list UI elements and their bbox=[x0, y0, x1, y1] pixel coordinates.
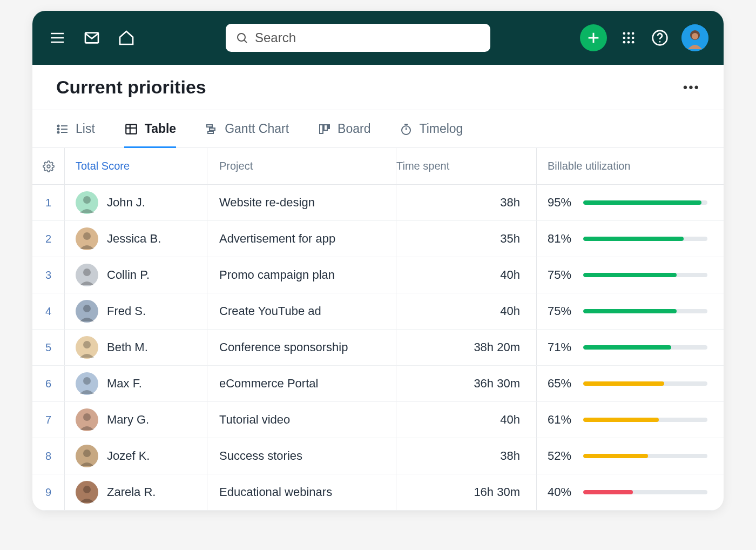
svg-point-24 bbox=[58, 128, 59, 130]
table-row[interactable]: 1 John J. Website re-design 38h 95% bbox=[32, 185, 724, 221]
utilization-percent: 81% bbox=[548, 232, 576, 246]
svg-point-43 bbox=[83, 269, 91, 276]
table-row[interactable]: 3 Collin P. Promo campaign plan 40h 75% bbox=[32, 257, 724, 293]
tab-board[interactable]: Board bbox=[318, 110, 370, 147]
person-name: Mary G. bbox=[107, 413, 149, 427]
utilization-percent: 71% bbox=[548, 340, 576, 354]
column-header-utilization[interactable]: Billable utilization bbox=[537, 148, 724, 184]
person-avatar[interactable] bbox=[76, 300, 98, 323]
row-index: 3 bbox=[32, 257, 65, 293]
row-index: 8 bbox=[32, 438, 65, 474]
person-avatar[interactable] bbox=[76, 264, 98, 286]
person-avatar[interactable] bbox=[76, 481, 98, 504]
person-name: Beth M. bbox=[107, 340, 148, 354]
svg-point-8 bbox=[623, 32, 626, 35]
table-row[interactable]: 7 Mary G. Tutorial video 40h 61% bbox=[32, 402, 724, 438]
list-icon bbox=[56, 123, 69, 136]
svg-point-44 bbox=[83, 305, 91, 312]
utilization-bar-fill bbox=[583, 237, 684, 241]
cell-person: Collin P. bbox=[65, 257, 207, 293]
column-header-project[interactable]: Project bbox=[207, 148, 396, 184]
person-avatar[interactable] bbox=[76, 408, 98, 431]
table-row[interactable]: 5 Beth M. Conference sponsorship 38h 20m… bbox=[32, 330, 724, 366]
person-name: Collin P. bbox=[107, 268, 150, 282]
column-header-score[interactable]: Total Score bbox=[65, 148, 207, 184]
cell-utilization: 65% bbox=[537, 366, 724, 401]
cell-person: Max F. bbox=[65, 366, 207, 401]
mail-icon[interactable] bbox=[82, 28, 102, 48]
table-row[interactable]: 2 Jessica B. Advertisement for app 35h 8… bbox=[32, 221, 724, 257]
person-name: Jozef K. bbox=[107, 449, 150, 463]
svg-point-10 bbox=[632, 32, 634, 35]
row-index: 2 bbox=[32, 221, 65, 257]
topbar bbox=[32, 11, 724, 65]
tab-table[interactable]: Table bbox=[124, 110, 176, 147]
utilization-percent: 52% bbox=[548, 449, 576, 463]
svg-point-12 bbox=[627, 37, 630, 39]
search-input[interactable] bbox=[255, 30, 481, 45]
user-avatar[interactable] bbox=[681, 24, 708, 51]
stopwatch-icon bbox=[400, 123, 413, 136]
svg-point-49 bbox=[83, 486, 91, 493]
cell-time-spent: 40h bbox=[396, 257, 537, 293]
search-wrap bbox=[149, 24, 567, 52]
tab-timelog[interactable]: Timelog bbox=[400, 110, 463, 147]
utilization-percent: 40% bbox=[548, 485, 576, 499]
cell-utilization: 40% bbox=[537, 474, 724, 510]
utilization-percent: 95% bbox=[548, 196, 576, 210]
priorities-table: Total Score Project Time spent Billable … bbox=[32, 148, 724, 511]
svg-point-42 bbox=[83, 232, 91, 240]
person-name: Zarela R. bbox=[107, 485, 156, 499]
table-settings-button[interactable] bbox=[32, 148, 65, 184]
cell-utilization: 71% bbox=[537, 330, 724, 365]
cell-project: Tutorial video bbox=[207, 402, 396, 438]
utilization-bar-fill bbox=[583, 418, 659, 422]
cell-person: Mary G. bbox=[65, 402, 207, 438]
utilization-percent: 75% bbox=[548, 268, 576, 282]
apps-grid-icon[interactable] bbox=[619, 28, 638, 48]
search-box[interactable] bbox=[226, 24, 490, 52]
cell-time-spent: 36h 30m bbox=[396, 366, 537, 401]
titlebar: Current priorities ••• bbox=[32, 65, 724, 110]
svg-point-21 bbox=[692, 33, 698, 39]
help-icon[interactable] bbox=[650, 28, 670, 48]
table-row[interactable]: 9 Zarela R. Educational webinars 16h 30m… bbox=[32, 474, 724, 511]
utilization-bar bbox=[583, 381, 707, 386]
utilization-bar-fill bbox=[583, 200, 701, 205]
table-row[interactable]: 4 Fred S. Create YouTube ad 40h 75% bbox=[32, 293, 724, 330]
menu-icon[interactable] bbox=[48, 28, 67, 48]
tab-list[interactable]: List bbox=[56, 110, 95, 147]
column-header-time[interactable]: Time spent bbox=[396, 148, 537, 184]
table-row[interactable]: 6 Max F. eCommerce Portal 36h 30m 65% bbox=[32, 366, 724, 402]
person-avatar[interactable] bbox=[76, 372, 98, 395]
tab-gantt[interactable]: Gantt Chart bbox=[205, 110, 289, 147]
svg-line-5 bbox=[244, 40, 247, 43]
svg-point-45 bbox=[83, 341, 91, 348]
person-avatar[interactable] bbox=[76, 227, 98, 250]
person-avatar[interactable] bbox=[76, 191, 98, 214]
svg-point-26 bbox=[58, 131, 59, 133]
more-menu-icon[interactable]: ••• bbox=[683, 80, 700, 95]
table-body: 1 John J. Website re-design 38h 95% 2 Je… bbox=[32, 185, 724, 511]
person-avatar[interactable] bbox=[76, 336, 98, 359]
cell-person: Jessica B. bbox=[65, 221, 207, 257]
cell-person: Fred S. bbox=[65, 293, 207, 329]
utilization-bar-fill bbox=[583, 309, 677, 313]
add-button[interactable] bbox=[580, 24, 607, 51]
row-index: 4 bbox=[32, 293, 65, 329]
utilization-bar bbox=[583, 345, 707, 350]
cell-utilization: 61% bbox=[537, 402, 724, 438]
cell-time-spent: 16h 30m bbox=[396, 474, 537, 510]
svg-point-9 bbox=[627, 32, 630, 35]
table-row[interactable]: 8 Jozef K. Success stories 38h 52% bbox=[32, 438, 724, 474]
svg-point-13 bbox=[632, 37, 634, 39]
home-icon[interactable] bbox=[117, 28, 136, 48]
svg-point-41 bbox=[83, 196, 91, 204]
svg-point-40 bbox=[47, 165, 50, 168]
utilization-bar bbox=[583, 454, 707, 458]
svg-point-16 bbox=[632, 41, 634, 44]
tab-label: List bbox=[76, 122, 95, 136]
cell-time-spent: 35h bbox=[396, 221, 537, 257]
person-avatar[interactable] bbox=[76, 445, 98, 467]
utilization-bar-fill bbox=[583, 273, 677, 277]
